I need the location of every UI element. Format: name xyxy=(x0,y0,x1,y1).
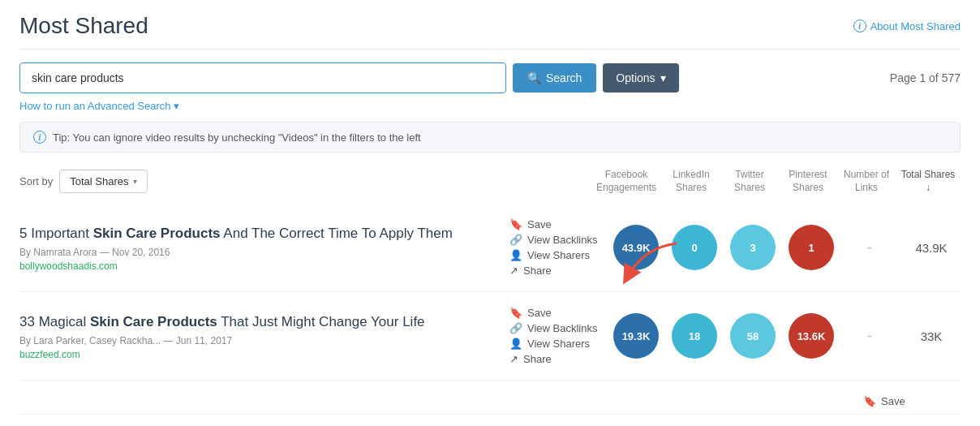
action-share[interactable]: ↗ Share xyxy=(509,265,600,277)
result-title-link[interactable]: 33 Magical Skin Care Products That Just … xyxy=(19,314,425,329)
result-metrics: 43.9K 0 3 1 - 43.9K xyxy=(607,225,961,270)
result-metrics: 19.3K 18 58 13.6K - 33K xyxy=(607,313,961,359)
result-title-before: 5 Important xyxy=(19,226,93,241)
col-header-numlinks: Number of Links xyxy=(837,169,896,194)
result-title-after: That Just Might Change Your Life xyxy=(217,314,425,329)
sort-down-icon: ↓ xyxy=(926,182,931,193)
search-input[interactable] xyxy=(19,62,506,93)
page-title: Most Shared xyxy=(19,13,148,39)
sort-button-label: Total Shares xyxy=(70,175,128,187)
tip-bar: i Tip: You can ignore video results by u… xyxy=(19,122,961,153)
twitter-metric: 3 xyxy=(730,225,776,270)
linkedin-metric: 18 xyxy=(672,313,717,359)
result-meta: By Lara Parker, Casey Rackha... — Jun 11… xyxy=(19,335,496,346)
col-header-pinterest: Pinterest Shares xyxy=(779,169,837,194)
save-icon: 🔖 xyxy=(509,218,522,230)
result-meta: By Namrata Arora — Nov 20, 2016 xyxy=(19,247,496,258)
info-icon: i xyxy=(853,19,866,32)
col-header-facebook: Facebook Engagements xyxy=(591,169,662,194)
search-input-wrapper xyxy=(19,62,506,93)
result-title: 5 Important Skin Care Products And The C… xyxy=(19,224,496,243)
facebook-metric: 19.3K xyxy=(613,313,659,359)
result-content: 5 Important Skin Care Products And The C… xyxy=(19,224,509,272)
facebook-metric: 43.9K xyxy=(613,225,659,270)
action-save[interactable]: 🔖 Save xyxy=(509,307,600,319)
pinterest-metric: 13.6K xyxy=(789,313,834,359)
results-header: Sort by Total Shares ▾ Facebook Engageme… xyxy=(19,169,961,200)
result-source: buzzfeed.com xyxy=(19,349,496,360)
page-header: Most Shared i About Most Shared xyxy=(19,13,961,49)
backlinks-icon: 🔗 xyxy=(509,322,522,334)
result-content: 33 Magical Skin Care Products That Just … xyxy=(19,312,509,360)
tip-info-icon: i xyxy=(33,131,46,144)
result-author: By Lara Parker, Casey Rackha... xyxy=(19,335,161,346)
advanced-search-label: How to run an Advanced Search xyxy=(19,100,170,112)
action-share[interactable]: ↗ Share xyxy=(509,353,600,365)
result-title-highlight: Skin Care Products xyxy=(90,314,217,329)
sharers-icon: 👤 xyxy=(509,338,522,350)
search-button-label: Search xyxy=(546,71,582,84)
total-shares-metric: 33K xyxy=(902,329,961,343)
result-author: By Namrata Arora xyxy=(19,247,97,258)
action-view-sharers[interactable]: 👤 View Sharers xyxy=(509,249,600,261)
search-button[interactable]: 🔍 Search xyxy=(513,63,596,93)
advanced-search-link[interactable]: How to run an Advanced Search ▾ xyxy=(19,100,179,112)
pinterest-metric: 1 xyxy=(789,225,834,270)
table-row: 5 Important Skin Care Products And The C… xyxy=(19,204,961,292)
search-icon: 🔍 xyxy=(527,71,541,84)
col-header-twitter: Twitter Shares xyxy=(720,169,779,194)
save-icon: 🔖 xyxy=(509,307,522,319)
result-title-before: 33 Magical xyxy=(19,314,90,329)
chevron-down-icon-advanced: ▾ xyxy=(174,100,179,112)
about-link[interactable]: i About Most Shared xyxy=(853,19,961,32)
action-save[interactable]: 🔖 Save xyxy=(863,395,954,407)
sort-chevron-icon: ▾ xyxy=(133,177,137,186)
result-actions: 🔖 Save xyxy=(863,395,961,407)
backlinks-icon: 🔗 xyxy=(509,234,522,246)
result-title: 33 Magical Skin Care Products That Just … xyxy=(19,312,496,332)
total-shares-metric: 43.9K xyxy=(902,241,961,255)
numlinks-metric: - xyxy=(847,239,892,256)
table-row: 33 Magical Skin Care Products That Just … xyxy=(19,292,961,381)
result-actions: 🔖 Save 🔗 View Backlinks 👤 View Sharers ↗… xyxy=(509,218,607,277)
save-icon: 🔖 xyxy=(863,395,876,407)
action-view-backlinks[interactable]: 🔗 View Backlinks xyxy=(509,322,600,334)
result-title-highlight: Skin Care Products xyxy=(93,226,221,241)
result-source: bollywoodshaadis.com xyxy=(19,260,496,272)
result-date: Nov 20, 2016 xyxy=(112,247,170,258)
numlinks-metric: - xyxy=(847,328,892,345)
linkedin-metric: 0 xyxy=(672,225,717,270)
column-headers: Facebook Engagements LinkedIn Shares Twi… xyxy=(591,169,961,194)
chevron-down-icon: ▾ xyxy=(660,71,666,84)
share-icon: ↗ xyxy=(509,265,518,277)
action-view-sharers[interactable]: 👤 View Sharers xyxy=(509,338,600,350)
sharers-icon: 👤 xyxy=(509,249,522,261)
sort-label: Sort by xyxy=(19,175,53,187)
about-label: About Most Shared xyxy=(870,20,961,32)
result-date: Jun 11, 2017 xyxy=(176,335,232,346)
result-title-link[interactable]: 5 Important Skin Care Products And The C… xyxy=(19,226,453,241)
results-list: 5 Important Skin Care Products And The C… xyxy=(19,204,961,415)
col-header-linkedin: LinkedIn Shares xyxy=(662,169,720,194)
page-info: Page 1 of 577 xyxy=(890,71,961,84)
result-actions: 🔖 Save 🔗 View Backlinks 👤 View Sharers ↗… xyxy=(509,307,607,365)
result-dash: — xyxy=(163,335,175,346)
sort-button[interactable]: Total Shares ▾ xyxy=(59,170,148,193)
search-row: 🔍 Search Options ▾ Page 1 of 577 xyxy=(19,62,961,93)
action-view-backlinks[interactable]: 🔗 View Backlinks xyxy=(509,234,600,246)
twitter-metric: 58 xyxy=(730,313,776,359)
action-save[interactable]: 🔖 Save xyxy=(509,218,600,230)
search-section: 🔍 Search Options ▾ Page 1 of 577 How to … xyxy=(19,62,961,112)
col-header-totalshares: Total Shares ↓ xyxy=(896,169,961,194)
options-button[interactable]: Options ▾ xyxy=(603,63,678,93)
tip-text: Tip: You can ignore video results by unc… xyxy=(53,131,421,144)
result-dash: — xyxy=(100,247,112,258)
result-title-after: And The Correct Time To Apply Them xyxy=(221,226,453,241)
table-row: 🔖 Save xyxy=(19,381,961,415)
share-icon: ↗ xyxy=(509,353,518,365)
options-button-label: Options xyxy=(616,71,655,84)
